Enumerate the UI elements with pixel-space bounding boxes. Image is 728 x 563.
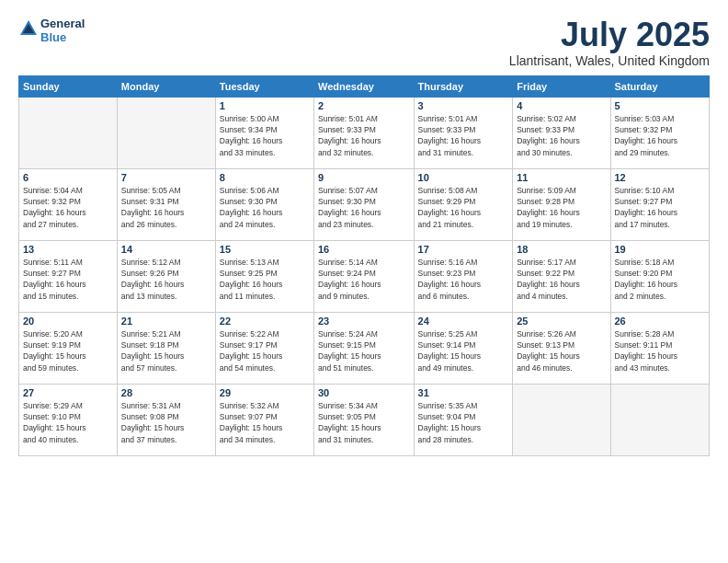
day-info: Sunrise: 5:01 AM Sunset: 9:33 PM Dayligh… <box>418 113 509 158</box>
title-block: July 2025 Llantrisant, Wales, United Kin… <box>509 17 710 68</box>
table-row: 5Sunrise: 5:03 AM Sunset: 9:32 PM Daylig… <box>610 97 710 168</box>
table-row: 19Sunrise: 5:18 AM Sunset: 9:20 PM Dayli… <box>610 240 710 312</box>
day-number: 19 <box>615 244 706 255</box>
table-row: 6Sunrise: 5:04 AM Sunset: 9:32 PM Daylig… <box>19 168 118 240</box>
table-row: 12Sunrise: 5:10 AM Sunset: 9:27 PM Dayli… <box>610 168 710 240</box>
table-row: 3Sunrise: 5:01 AM Sunset: 9:33 PM Daylig… <box>414 97 513 168</box>
table-row: 25Sunrise: 5:26 AM Sunset: 9:13 PM Dayli… <box>513 312 610 384</box>
table-row: 4Sunrise: 5:02 AM Sunset: 9:33 PM Daylig… <box>513 97 610 168</box>
header-wednesday: Wednesday <box>314 75 415 97</box>
table-row: 17Sunrise: 5:16 AM Sunset: 9:23 PM Dayli… <box>414 240 513 312</box>
table-row <box>117 97 215 168</box>
table-row <box>610 384 710 455</box>
day-number: 2 <box>318 100 410 111</box>
day-info: Sunrise: 5:21 AM Sunset: 9:18 PM Dayligh… <box>121 328 211 373</box>
table-row: 20Sunrise: 5:20 AM Sunset: 9:19 PM Dayli… <box>19 312 118 384</box>
day-info: Sunrise: 5:01 AM Sunset: 9:33 PM Dayligh… <box>318 113 410 158</box>
day-number: 27 <box>23 387 113 398</box>
calendar: Sunday Monday Tuesday Wednesday Thursday… <box>18 75 710 456</box>
day-info: Sunrise: 5:02 AM Sunset: 9:33 PM Dayligh… <box>517 113 606 158</box>
day-info: Sunrise: 5:22 AM Sunset: 9:17 PM Dayligh… <box>220 328 310 373</box>
day-number: 1 <box>220 100 310 111</box>
day-number: 10 <box>418 172 509 183</box>
day-number: 13 <box>23 244 113 255</box>
header-thursday: Thursday <box>414 75 513 97</box>
table-row: 18Sunrise: 5:17 AM Sunset: 9:22 PM Dayli… <box>513 240 610 312</box>
day-number: 16 <box>318 244 410 255</box>
calendar-week-row: 1Sunrise: 5:00 AM Sunset: 9:34 PM Daylig… <box>19 97 710 168</box>
day-number: 18 <box>517 244 606 255</box>
logo-icon <box>18 18 39 39</box>
day-number: 22 <box>220 316 310 327</box>
table-row: 10Sunrise: 5:08 AM Sunset: 9:29 PM Dayli… <box>414 168 513 240</box>
day-info: Sunrise: 5:28 AM Sunset: 9:11 PM Dayligh… <box>615 328 706 373</box>
logo-general: General <box>40 17 85 30</box>
day-number: 15 <box>220 244 310 255</box>
header-friday: Friday <box>513 75 610 97</box>
calendar-week-row: 13Sunrise: 5:11 AM Sunset: 9:27 PM Dayli… <box>19 240 710 312</box>
subtitle: Llantrisant, Wales, United Kingdom <box>509 53 710 68</box>
day-info: Sunrise: 5:09 AM Sunset: 9:28 PM Dayligh… <box>517 185 606 230</box>
calendar-week-row: 20Sunrise: 5:20 AM Sunset: 9:19 PM Dayli… <box>19 312 710 384</box>
day-number: 17 <box>418 244 509 255</box>
day-info: Sunrise: 5:05 AM Sunset: 9:31 PM Dayligh… <box>121 185 211 230</box>
table-row: 21Sunrise: 5:21 AM Sunset: 9:18 PM Dayli… <box>117 312 215 384</box>
day-number: 3 <box>418 100 509 111</box>
table-row <box>513 384 610 455</box>
day-info: Sunrise: 5:24 AM Sunset: 9:15 PM Dayligh… <box>318 328 410 373</box>
calendar-week-row: 6Sunrise: 5:04 AM Sunset: 9:32 PM Daylig… <box>19 168 710 240</box>
day-number: 11 <box>517 172 606 183</box>
day-info: Sunrise: 5:12 AM Sunset: 9:26 PM Dayligh… <box>121 257 211 302</box>
day-info: Sunrise: 5:07 AM Sunset: 9:30 PM Dayligh… <box>318 185 410 230</box>
day-info: Sunrise: 5:20 AM Sunset: 9:19 PM Dayligh… <box>23 328 113 373</box>
calendar-week-row: 27Sunrise: 5:29 AM Sunset: 9:10 PM Dayli… <box>19 384 710 455</box>
day-info: Sunrise: 5:35 AM Sunset: 9:04 PM Dayligh… <box>418 400 509 445</box>
day-info: Sunrise: 5:25 AM Sunset: 9:14 PM Dayligh… <box>418 328 509 373</box>
table-row: 22Sunrise: 5:22 AM Sunset: 9:17 PM Dayli… <box>215 312 313 384</box>
day-number: 4 <box>517 100 606 111</box>
day-number: 31 <box>418 387 509 398</box>
day-info: Sunrise: 5:00 AM Sunset: 9:34 PM Dayligh… <box>220 113 310 158</box>
day-number: 23 <box>318 316 410 327</box>
table-row: 27Sunrise: 5:29 AM Sunset: 9:10 PM Dayli… <box>19 384 118 455</box>
table-row: 11Sunrise: 5:09 AM Sunset: 9:28 PM Dayli… <box>513 168 610 240</box>
table-row: 28Sunrise: 5:31 AM Sunset: 9:08 PM Dayli… <box>117 384 215 455</box>
table-row: 13Sunrise: 5:11 AM Sunset: 9:27 PM Dayli… <box>19 240 118 312</box>
day-number: 20 <box>23 316 113 327</box>
day-info: Sunrise: 5:34 AM Sunset: 9:05 PM Dayligh… <box>318 400 410 445</box>
day-info: Sunrise: 5:11 AM Sunset: 9:27 PM Dayligh… <box>23 257 113 302</box>
table-row: 7Sunrise: 5:05 AM Sunset: 9:31 PM Daylig… <box>117 168 215 240</box>
table-row: 8Sunrise: 5:06 AM Sunset: 9:30 PM Daylig… <box>215 168 313 240</box>
day-number: 9 <box>318 172 410 183</box>
logo: General Blue <box>18 17 85 44</box>
table-row: 30Sunrise: 5:34 AM Sunset: 9:05 PM Dayli… <box>314 384 415 455</box>
day-info: Sunrise: 5:32 AM Sunset: 9:07 PM Dayligh… <box>220 400 310 445</box>
table-row <box>19 97 118 168</box>
day-number: 24 <box>418 316 509 327</box>
calendar-header-row: Sunday Monday Tuesday Wednesday Thursday… <box>19 75 710 97</box>
day-info: Sunrise: 5:04 AM Sunset: 9:32 PM Dayligh… <box>23 185 113 230</box>
header-tuesday: Tuesday <box>215 75 313 97</box>
logo-blue: Blue <box>40 30 85 44</box>
day-info: Sunrise: 5:03 AM Sunset: 9:32 PM Dayligh… <box>615 113 706 158</box>
day-number: 14 <box>121 244 211 255</box>
table-row: 23Sunrise: 5:24 AM Sunset: 9:15 PM Dayli… <box>314 312 415 384</box>
day-info: Sunrise: 5:08 AM Sunset: 9:29 PM Dayligh… <box>418 185 509 230</box>
header-saturday: Saturday <box>610 75 710 97</box>
day-info: Sunrise: 5:16 AM Sunset: 9:23 PM Dayligh… <box>418 257 509 302</box>
table-row: 2Sunrise: 5:01 AM Sunset: 9:33 PM Daylig… <box>314 97 415 168</box>
day-info: Sunrise: 5:17 AM Sunset: 9:22 PM Dayligh… <box>517 257 606 302</box>
day-number: 6 <box>23 172 113 183</box>
day-info: Sunrise: 5:06 AM Sunset: 9:30 PM Dayligh… <box>220 185 310 230</box>
table-row: 29Sunrise: 5:32 AM Sunset: 9:07 PM Dayli… <box>215 384 313 455</box>
day-info: Sunrise: 5:18 AM Sunset: 9:20 PM Dayligh… <box>615 257 706 302</box>
page: General Blue July 2025 Llantrisant, Wale… <box>0 0 728 563</box>
day-number: 29 <box>220 387 310 398</box>
day-info: Sunrise: 5:14 AM Sunset: 9:24 PM Dayligh… <box>318 257 410 302</box>
day-number: 30 <box>318 387 410 398</box>
day-info: Sunrise: 5:13 AM Sunset: 9:25 PM Dayligh… <box>220 257 310 302</box>
table-row: 31Sunrise: 5:35 AM Sunset: 9:04 PM Dayli… <box>414 384 513 455</box>
table-row: 9Sunrise: 5:07 AM Sunset: 9:30 PM Daylig… <box>314 168 415 240</box>
day-info: Sunrise: 5:31 AM Sunset: 9:08 PM Dayligh… <box>121 400 211 445</box>
day-info: Sunrise: 5:26 AM Sunset: 9:13 PM Dayligh… <box>517 328 606 373</box>
